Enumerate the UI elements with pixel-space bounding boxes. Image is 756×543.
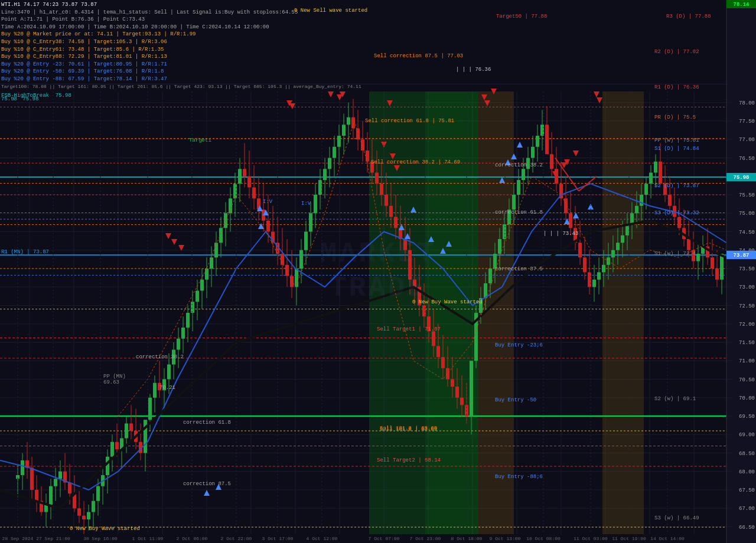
chart-canvas: [0, 0, 756, 543]
fsb-label: 75.98 75.98: [1, 96, 38, 102]
chart-container: MARKETTRADE WTI.H1 74.17 74:23 73.87 73.…: [0, 0, 756, 543]
